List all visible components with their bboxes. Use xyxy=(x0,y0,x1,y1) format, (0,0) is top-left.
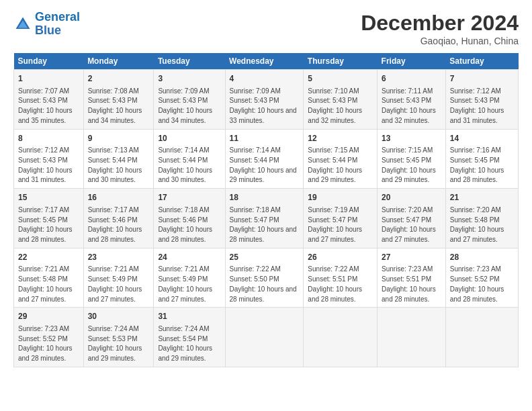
day-number: 8 xyxy=(18,133,79,144)
calendar-day-cell: 1Sunrise: 7:07 AMSunset: 5:43 PMDaylight… xyxy=(14,70,84,130)
calendar-day-cell: 6Sunrise: 7:11 AMSunset: 5:43 PMDaylight… xyxy=(378,70,446,130)
calendar-day-cell: 11Sunrise: 7:14 AMSunset: 5:44 PMDayligh… xyxy=(225,129,304,189)
day-info: Sunrise: 7:23 AMSunset: 5:52 PMDaylight:… xyxy=(18,325,73,362)
calendar-day-cell: 21Sunrise: 7:20 AMSunset: 5:48 PMDayligh… xyxy=(445,189,518,248)
day-info: Sunrise: 7:09 AMSunset: 5:43 PMDaylight:… xyxy=(158,87,212,124)
calendar-day-cell: 4Sunrise: 7:09 AMSunset: 5:43 PMDaylight… xyxy=(225,70,304,130)
calendar-day-cell xyxy=(445,308,518,367)
day-number: 4 xyxy=(230,73,300,85)
day-info: Sunrise: 7:15 AMSunset: 5:45 PMDaylight:… xyxy=(382,146,436,183)
calendar-week-row: 1Sunrise: 7:07 AMSunset: 5:43 PMDaylight… xyxy=(14,70,519,130)
day-number: 2 xyxy=(88,73,150,85)
calendar-subtitle: Gaoqiao, Hunan, China xyxy=(361,36,519,46)
calendar-day-cell: 28Sunrise: 7:23 AMSunset: 5:52 PMDayligh… xyxy=(445,248,518,308)
calendar-day-cell: 29Sunrise: 7:23 AMSunset: 5:52 PMDayligh… xyxy=(14,308,84,367)
calendar-day-cell: 16Sunrise: 7:17 AMSunset: 5:46 PMDayligh… xyxy=(83,189,154,248)
day-number: 26 xyxy=(308,252,373,263)
calendar-week-row: 29Sunrise: 7:23 AMSunset: 5:52 PMDayligh… xyxy=(14,308,519,367)
calendar-day-cell: 27Sunrise: 7:23 AMSunset: 5:51 PMDayligh… xyxy=(378,248,446,308)
day-info: Sunrise: 7:09 AMSunset: 5:43 PMDaylight:… xyxy=(230,87,297,124)
day-number: 30 xyxy=(88,311,150,322)
calendar-day-cell: 9Sunrise: 7:13 AMSunset: 5:44 PMDaylight… xyxy=(83,129,154,189)
day-number: 6 xyxy=(382,73,441,85)
day-number: 28 xyxy=(450,252,514,263)
day-number: 22 xyxy=(18,252,79,263)
day-info: Sunrise: 7:14 AMSunset: 5:44 PMDaylight:… xyxy=(158,146,212,183)
day-info: Sunrise: 7:12 AMSunset: 5:43 PMDaylight:… xyxy=(18,146,73,183)
day-number: 25 xyxy=(230,252,300,263)
day-number: 14 xyxy=(450,133,514,144)
day-number: 1 xyxy=(18,73,79,85)
calendar-day-cell: 8Sunrise: 7:12 AMSunset: 5:43 PMDaylight… xyxy=(14,129,84,189)
day-number: 13 xyxy=(382,133,441,144)
day-info: Sunrise: 7:10 AMSunset: 5:43 PMDaylight:… xyxy=(308,87,362,124)
calendar-day-cell: 25Sunrise: 7:22 AMSunset: 5:50 PMDayligh… xyxy=(225,248,304,308)
logo-text: General Blue xyxy=(35,11,80,38)
calendar-day-cell xyxy=(378,308,446,367)
calendar-title: December 2024 xyxy=(361,11,519,36)
calendar-day-cell: 14Sunrise: 7:16 AMSunset: 5:45 PMDayligh… xyxy=(445,129,518,189)
day-info: Sunrise: 7:13 AMSunset: 5:44 PMDaylight:… xyxy=(88,146,142,183)
calendar-day-cell: 22Sunrise: 7:21 AMSunset: 5:48 PMDayligh… xyxy=(14,248,84,308)
day-number: 31 xyxy=(158,311,220,322)
header-thursday: Thursday xyxy=(304,53,378,70)
calendar-week-row: 15Sunrise: 7:17 AMSunset: 5:45 PMDayligh… xyxy=(14,189,519,248)
calendar-day-cell: 3Sunrise: 7:09 AMSunset: 5:43 PMDaylight… xyxy=(154,70,225,130)
calendar-day-cell: 5Sunrise: 7:10 AMSunset: 5:43 PMDaylight… xyxy=(304,70,378,130)
page-container: General Blue December 2024 Gaoqiao, Huna… xyxy=(0,0,532,374)
calendar-week-row: 22Sunrise: 7:21 AMSunset: 5:48 PMDayligh… xyxy=(14,248,519,308)
title-section: December 2024 Gaoqiao, Hunan, China xyxy=(361,11,519,46)
day-number: 20 xyxy=(382,192,441,203)
day-info: Sunrise: 7:15 AMSunset: 5:44 PMDaylight:… xyxy=(308,146,362,183)
day-info: Sunrise: 7:20 AMSunset: 5:48 PMDaylight:… xyxy=(450,206,504,243)
day-info: Sunrise: 7:18 AMSunset: 5:46 PMDaylight:… xyxy=(158,206,212,243)
day-info: Sunrise: 7:21 AMSunset: 5:49 PMDaylight:… xyxy=(158,265,212,302)
day-number: 23 xyxy=(88,252,150,263)
day-info: Sunrise: 7:22 AMSunset: 5:51 PMDaylight:… xyxy=(308,265,362,302)
calendar-day-cell: 15Sunrise: 7:17 AMSunset: 5:45 PMDayligh… xyxy=(14,189,84,248)
calendar-week-row: 8Sunrise: 7:12 AMSunset: 5:43 PMDaylight… xyxy=(14,129,519,189)
day-number: 19 xyxy=(308,192,373,203)
calendar-day-cell: 23Sunrise: 7:21 AMSunset: 5:49 PMDayligh… xyxy=(83,248,154,308)
calendar-day-cell: 18Sunrise: 7:18 AMSunset: 5:47 PMDayligh… xyxy=(225,189,304,248)
calendar-day-cell: 13Sunrise: 7:15 AMSunset: 5:45 PMDayligh… xyxy=(378,129,446,189)
calendar-day-cell: 17Sunrise: 7:18 AMSunset: 5:46 PMDayligh… xyxy=(154,189,225,248)
day-number: 18 xyxy=(230,192,300,203)
calendar-day-cell: 31Sunrise: 7:24 AMSunset: 5:54 PMDayligh… xyxy=(154,308,225,367)
day-info: Sunrise: 7:17 AMSunset: 5:46 PMDaylight:… xyxy=(88,206,142,243)
day-number: 21 xyxy=(450,192,514,203)
header-friday: Friday xyxy=(378,53,446,70)
day-number: 29 xyxy=(18,311,79,322)
day-info: Sunrise: 7:20 AMSunset: 5:47 PMDaylight:… xyxy=(382,206,436,243)
day-number: 12 xyxy=(308,133,373,144)
day-number: 24 xyxy=(158,252,220,263)
day-header-row: Sunday Monday Tuesday Wednesday Thursday… xyxy=(14,53,519,70)
day-info: Sunrise: 7:23 AMSunset: 5:52 PMDaylight:… xyxy=(450,265,504,302)
day-number: 5 xyxy=(308,73,373,85)
day-number: 9 xyxy=(88,133,150,144)
day-info: Sunrise: 7:08 AMSunset: 5:43 PMDaylight:… xyxy=(88,87,142,124)
day-info: Sunrise: 7:18 AMSunset: 5:47 PMDaylight:… xyxy=(230,206,297,243)
day-number: 10 xyxy=(158,133,220,144)
logo: General Blue xyxy=(13,11,80,38)
calendar-day-cell: 26Sunrise: 7:22 AMSunset: 5:51 PMDayligh… xyxy=(304,248,378,308)
day-info: Sunrise: 7:14 AMSunset: 5:44 PMDaylight:… xyxy=(230,146,297,183)
day-info: Sunrise: 7:24 AMSunset: 5:54 PMDaylight:… xyxy=(158,325,212,362)
day-info: Sunrise: 7:19 AMSunset: 5:47 PMDaylight:… xyxy=(308,206,362,243)
day-info: Sunrise: 7:16 AMSunset: 5:45 PMDaylight:… xyxy=(450,146,504,183)
day-info: Sunrise: 7:21 AMSunset: 5:48 PMDaylight:… xyxy=(18,265,73,302)
logo-icon xyxy=(13,15,32,34)
calendar-day-cell xyxy=(225,308,304,367)
day-info: Sunrise: 7:21 AMSunset: 5:49 PMDaylight:… xyxy=(88,265,142,302)
calendar-day-cell: 12Sunrise: 7:15 AMSunset: 5:44 PMDayligh… xyxy=(304,129,378,189)
calendar-day-cell: 20Sunrise: 7:20 AMSunset: 5:47 PMDayligh… xyxy=(378,189,446,248)
day-info: Sunrise: 7:11 AMSunset: 5:43 PMDaylight:… xyxy=(382,87,436,124)
header: General Blue December 2024 Gaoqiao, Huna… xyxy=(13,11,519,46)
day-number: 11 xyxy=(230,133,300,144)
day-number: 17 xyxy=(158,192,220,203)
calendar-table: Sunday Monday Tuesday Wednesday Thursday… xyxy=(13,53,519,367)
day-info: Sunrise: 7:24 AMSunset: 5:53 PMDaylight:… xyxy=(88,325,142,362)
day-number: 16 xyxy=(88,192,150,203)
header-tuesday: Tuesday xyxy=(154,53,225,70)
calendar-day-cell: 7Sunrise: 7:12 AMSunset: 5:43 PMDaylight… xyxy=(445,70,518,130)
